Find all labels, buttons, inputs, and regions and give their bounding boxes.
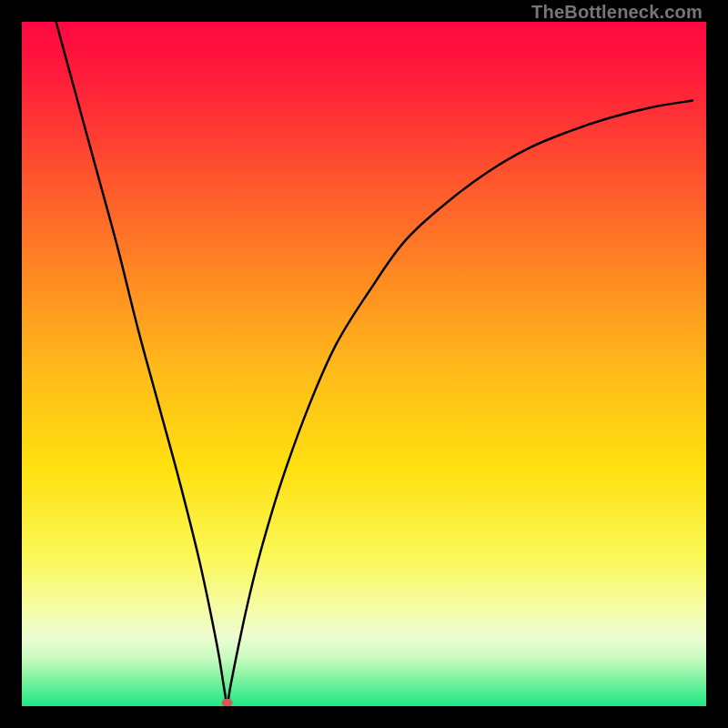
gradient-background: [22, 22, 706, 706]
branding-label: TheBottleneck.com: [531, 2, 703, 23]
bottleneck-chart: [22, 22, 706, 706]
